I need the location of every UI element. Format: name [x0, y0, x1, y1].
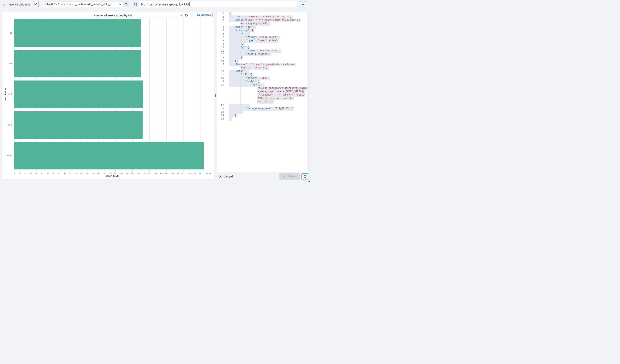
- svg-text:180: 180: [114, 173, 117, 175]
- svg-text:90: 90: [64, 173, 66, 175]
- svg-text:20: 20: [24, 173, 26, 175]
- svg-text:350: 350: [209, 173, 212, 175]
- svg-text:160: 160: [103, 173, 106, 175]
- svg-text:100: 100: [69, 173, 72, 175]
- svg-text:220: 220: [137, 173, 140, 175]
- svg-text:10: 10: [18, 173, 21, 175]
- svg-text:310: 310: [187, 173, 191, 175]
- svg-text:170: 170: [108, 173, 111, 175]
- svg-text:320: 320: [193, 173, 196, 175]
- svg-text:190: 190: [120, 173, 123, 175]
- svg-text:240: 240: [148, 173, 151, 175]
- svg-text:330: 330: [199, 173, 202, 175]
- svg-text:80: 80: [58, 173, 60, 175]
- svg-text:ios: ios: [10, 32, 12, 34]
- svg-text:0: 0: [14, 173, 15, 175]
- svg-text:70: 70: [52, 173, 55, 175]
- svg-text:win 8: win 8: [8, 124, 12, 126]
- svg-text:120: 120: [80, 173, 83, 175]
- svg-text:error_count: error_count: [106, 175, 120, 177]
- svg-text:210: 210: [131, 173, 134, 175]
- svg-text:340: 340: [204, 173, 208, 175]
- svg-text:140: 140: [92, 173, 95, 175]
- svg-text:290: 290: [176, 173, 179, 175]
- svg-text:250: 250: [154, 173, 157, 175]
- svg-text:200: 200: [125, 173, 128, 175]
- svg-text:150: 150: [97, 173, 100, 175]
- svg-text:110: 110: [75, 173, 78, 175]
- svg-text:30: 30: [30, 173, 32, 175]
- svg-text:270: 270: [165, 173, 168, 175]
- svg-text:260: 260: [159, 173, 162, 175]
- svg-text:300: 300: [182, 173, 185, 175]
- svg-text:win 7: win 7: [8, 93, 12, 95]
- svg-text:Number of errors group by OS: Number of errors group by OS: [94, 14, 132, 17]
- svg-text:40: 40: [35, 173, 38, 175]
- svg-text:230: 230: [142, 173, 145, 175]
- svg-text:50: 50: [41, 173, 43, 175]
- svg-text:osx: osx: [9, 63, 12, 65]
- svg-text:win xp: win xp: [7, 155, 12, 157]
- svg-text:280: 280: [170, 173, 174, 175]
- svg-text:130: 130: [86, 173, 89, 175]
- svg-text:60: 60: [47, 173, 49, 175]
- svg-text:machine\.os: machine\.os: [4, 88, 6, 100]
